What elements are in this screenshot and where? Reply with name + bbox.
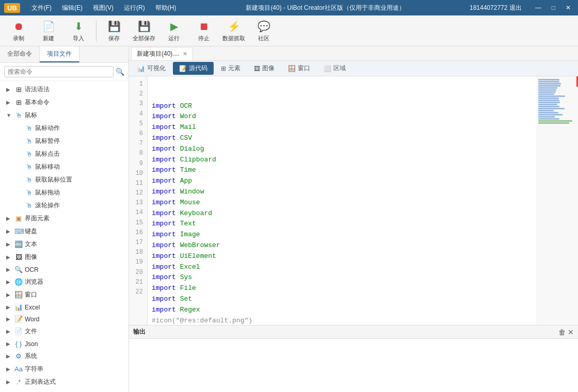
tree-item[interactable]: ▶ 🌐 浏览器	[0, 275, 129, 288]
tree-item[interactable]: ▶ 📄 文件	[0, 325, 129, 338]
tree-item[interactable]: ▶ { } Json	[0, 338, 129, 350]
sidebar: 全部命令 项目文件 🔍 ▶ ⊞ 语法语法 ▶ ⊞ 基本命令 ▼ 🖱 鼠标 🖱 鼠…	[0, 46, 129, 392]
toolbar-btn-run[interactable]: ▶运行	[159, 18, 188, 44]
line-number: 4	[133, 109, 143, 119]
line-number: 20	[133, 268, 143, 277]
user-info: 18144072772 退出	[470, 4, 522, 12]
tree-item[interactable]: ▶ 🖼 图像	[0, 251, 129, 264]
minimap-line	[538, 108, 565, 109]
tab-project-files[interactable]: 项目文件	[40, 46, 79, 62]
toolbar-btn-record[interactable]: ⏺录制	[4, 18, 33, 44]
tree-item[interactable]: 🖱 鼠标移动	[0, 160, 129, 173]
tree-item[interactable]: 🖱 鼠标暂停	[0, 135, 129, 148]
search-input[interactable]	[4, 66, 114, 77]
toolbar-btn-community[interactable]: 💬社区	[249, 18, 278, 44]
tree-icon: ⌨	[14, 227, 23, 235]
tree-label: Json	[25, 340, 38, 348]
tree-item[interactable]: ▶ 📝 Word	[0, 313, 129, 325]
tree-item[interactable]: ▶ ⊞ 基本命令	[0, 96, 129, 109]
menu-item[interactable]: 文件(F)	[26, 3, 57, 13]
tree-item[interactable]: ▶ ⚙ 系统	[0, 350, 129, 363]
code-content[interactable]: import OCRimport Wordimport Mailimport C…	[148, 76, 537, 325]
tree-item[interactable]: 🖱 获取鼠标位置	[0, 173, 129, 186]
minimap-line	[538, 97, 559, 99]
code-tab-area[interactable]: ⬜ 区域	[317, 62, 352, 75]
tree-item[interactable]: ▼ 🖱 鼠标	[0, 109, 129, 122]
tree-icon: 🖱	[25, 124, 33, 132]
code-tab-window[interactable]: 🪟 窗口	[282, 62, 316, 75]
toolbar-btn-new[interactable]: 📄新建	[34, 18, 63, 44]
area-icon: ⬜	[324, 65, 331, 72]
saveall-icon: 💾	[137, 19, 151, 34]
tree-label: 正则表达式	[25, 378, 56, 386]
close-button[interactable]: ✕	[563, 4, 574, 11]
code-line: import CSV	[152, 133, 533, 144]
code-tab-visual[interactable]: 📊 可视化	[131, 62, 172, 75]
code-line: import App	[152, 176, 533, 187]
tree-icon: 🪟	[14, 291, 23, 299]
code-line: import File	[152, 283, 533, 294]
line-number: 18	[133, 248, 143, 257]
tree-arrow: ▶	[6, 379, 12, 385]
tree-arrow: ▶	[6, 292, 12, 298]
tree-item[interactable]: ▶ ⊞ 语法语法	[0, 83, 129, 96]
tree-item[interactable]: 🖱 鼠标动作	[0, 122, 129, 135]
tree-item[interactable]: ▶ 🔤 文本	[0, 238, 129, 251]
tree-label: 窗口	[25, 290, 37, 299]
toolbar-btn-save[interactable]: 💾保存	[100, 18, 129, 44]
tree-item[interactable]: ▶ 📊 Excel	[0, 301, 129, 313]
tree-item[interactable]: ▶ ▣ 界面元素	[0, 212, 129, 225]
minimap-line	[538, 83, 561, 85]
tree-icon: .*	[14, 378, 23, 386]
code-tab-element[interactable]: ⊞ 元素	[215, 62, 247, 75]
toolbar-btn-capture[interactable]: ⚡数据抓取	[219, 18, 248, 44]
editor-tab-main[interactable]: 新建项目(40).... ✕	[131, 47, 193, 60]
line-number: 17	[133, 238, 143, 248]
toolbar-btn-saveall[interactable]: 💾全部保存	[130, 18, 158, 44]
tree-arrow: ▶	[6, 267, 12, 272]
tree-item[interactable]: 🖱 鼠标点击	[0, 148, 129, 160]
minimap-line	[538, 102, 560, 103]
code-tab-image[interactable]: 🖼 图像	[248, 62, 281, 75]
minimize-button[interactable]: —	[532, 4, 544, 11]
tree-item[interactable]: 🖱 鼠标拖动	[0, 186, 129, 199]
tree-item[interactable]: ▶ .* 正则表达式	[0, 375, 129, 388]
output-clear-button[interactable]: 🗑	[558, 328, 566, 336]
tree-item[interactable]: ▶ 🔍 OCR	[0, 264, 129, 275]
minimap-line	[538, 112, 558, 113]
minimap-line	[538, 89, 556, 91]
tree-item[interactable]: ▶ ⌨ 键盘	[0, 225, 129, 238]
code-line: import Mouse	[152, 198, 533, 208]
menu-item[interactable]: 帮助(H)	[150, 3, 182, 13]
minimap-line	[538, 104, 557, 105]
toolbar-btn-import[interactable]: ⬇导入	[64, 18, 93, 44]
tree-arrow: ▶	[6, 254, 12, 260]
tree-item[interactable]: ▶ Aa 字符串	[0, 363, 129, 375]
line-numbers: 12345678910111213141516171819202122	[129, 76, 148, 325]
editor-tab-close[interactable]: ✕	[183, 51, 187, 57]
menu-item[interactable]: 运行(R)	[119, 3, 150, 13]
toolbar-btn-stop[interactable]: ⏹停止	[189, 18, 218, 44]
menu-item[interactable]: 视图(V)	[88, 3, 119, 13]
minimap-line	[538, 114, 563, 116]
search-box: 🔍	[0, 63, 129, 81]
output-close-button[interactable]: ✕	[568, 328, 574, 336]
image-icon: 🖼	[254, 65, 260, 72]
tree-label: OCR	[25, 266, 39, 273]
run-icon: ▶	[167, 19, 181, 34]
tree-icon: ⊞	[14, 86, 23, 93]
community-icon: 💬	[256, 19, 271, 34]
tree-item[interactable]: 🖱 滚轮操作	[0, 199, 129, 212]
minimap-lines	[537, 76, 578, 126]
tree-arrow: ▶	[6, 329, 12, 334]
tree-item[interactable]: ▶ 🪟 窗口	[0, 288, 129, 301]
tree-arrow: ▶	[6, 366, 12, 372]
tab-all-commands[interactable]: 全部命令	[0, 46, 40, 62]
menu-item[interactable]: 编辑(E)	[57, 3, 88, 13]
code-line: import Mail	[152, 122, 533, 133]
editor-tab-label: 新建项目(40)....	[137, 50, 180, 58]
line-number: 16	[133, 228, 143, 238]
maximize-button[interactable]: □	[549, 4, 558, 11]
code-tab-source[interactable]: 📝 源代码	[173, 62, 214, 75]
editor-tabs: 新建项目(40).... ✕	[129, 46, 578, 61]
